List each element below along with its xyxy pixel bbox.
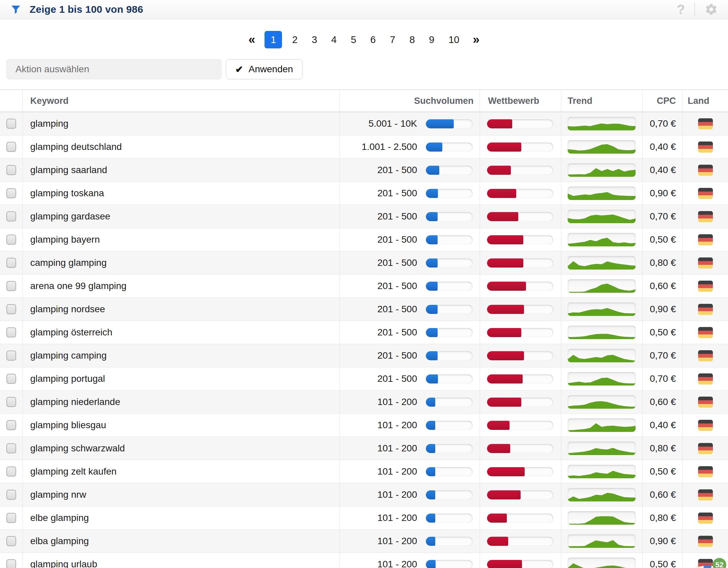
row-checkbox[interactable] bbox=[6, 513, 16, 523]
row-checkbox[interactable] bbox=[6, 466, 16, 477]
row-checkbox[interactable] bbox=[6, 142, 16, 152]
search-volume-cell: 101 - 200 bbox=[339, 506, 480, 529]
page-button-10[interactable]: 10 bbox=[444, 31, 463, 48]
help-icon[interactable]: ? bbox=[677, 3, 685, 16]
keyword-cell[interactable]: glamping bayern bbox=[23, 228, 339, 251]
keyword-cell[interactable]: glamping nrw bbox=[23, 483, 339, 506]
page-button-7[interactable]: 7 bbox=[386, 31, 399, 48]
keyword-cell[interactable]: elbe glamping bbox=[23, 506, 339, 529]
trend-cell bbox=[561, 159, 642, 181]
keyword-label[interactable]: glamping gardasee bbox=[23, 211, 110, 222]
column-header-suchvolumen[interactable]: Suchvolumen bbox=[339, 90, 480, 112]
keyword-label[interactable]: elba glamping bbox=[23, 536, 89, 546]
action-select-input[interactable] bbox=[6, 59, 221, 79]
page-button-2[interactable]: 2 bbox=[288, 31, 301, 48]
keyword-label[interactable]: arena one 99 glamping bbox=[23, 281, 126, 291]
table-row: elbe glamping101 - 2000,80 € bbox=[0, 506, 728, 530]
page-button-5[interactable]: 5 bbox=[347, 31, 360, 48]
row-checkbox-cell bbox=[0, 321, 23, 344]
page-button-6[interactable]: 6 bbox=[366, 31, 380, 48]
trend-sparkline bbox=[568, 326, 636, 339]
page-button-3[interactable]: 3 bbox=[308, 31, 321, 48]
keyword-cell[interactable]: glamping portugal bbox=[23, 367, 339, 390]
column-header-wettbewerb[interactable]: Wettbewerb bbox=[480, 90, 561, 112]
keyword-label[interactable]: camping glamping bbox=[23, 257, 107, 268]
row-checkbox[interactable] bbox=[6, 119, 16, 129]
row-checkbox[interactable] bbox=[6, 211, 16, 221]
keyword-cell[interactable]: glamping bliesgau bbox=[23, 414, 339, 437]
keyword-label[interactable]: glamping saarland bbox=[23, 165, 107, 175]
row-checkbox-cell bbox=[0, 205, 23, 228]
keyword-label[interactable]: glamping bayern bbox=[23, 234, 100, 245]
keyword-cell[interactable]: glamping niederlande bbox=[23, 391, 339, 413]
row-checkbox[interactable] bbox=[6, 374, 16, 384]
keyword-label[interactable]: elbe glamping bbox=[23, 513, 89, 523]
keyword-cell[interactable]: glamping camping bbox=[23, 344, 339, 367]
row-checkbox[interactable] bbox=[6, 443, 16, 453]
row-checkbox[interactable] bbox=[6, 397, 16, 407]
keyword-cell[interactable]: camping glamping bbox=[23, 251, 339, 274]
keyword-cell[interactable]: glamping zelt kaufen bbox=[23, 460, 339, 483]
keyword-cell[interactable]: glamping deutschland bbox=[23, 135, 339, 158]
filter-funnel-icon[interactable] bbox=[10, 4, 22, 15]
results-count-title: Zeige 1 bis 100 von 986 bbox=[30, 4, 143, 15]
cpc-value: 0,80 € bbox=[650, 257, 676, 268]
row-checkbox[interactable] bbox=[6, 559, 16, 568]
keyword-cell[interactable]: glamping nordsee bbox=[23, 298, 339, 321]
row-checkbox[interactable] bbox=[6, 536, 16, 546]
competition-bar-fill bbox=[487, 166, 511, 175]
keyword-cell[interactable]: glamping bbox=[23, 112, 339, 135]
keyword-cell[interactable]: glamping schwarzwald bbox=[23, 437, 339, 460]
keyword-cell[interactable]: glamping österreich bbox=[23, 321, 339, 344]
column-header-cpc[interactable]: CPC bbox=[642, 90, 682, 112]
keyword-cell[interactable]: glamping urlaub bbox=[23, 553, 339, 568]
keyword-label[interactable]: glamping zelt kaufen bbox=[23, 466, 117, 477]
keyword-cell[interactable]: glamping toskana bbox=[23, 182, 339, 205]
topbar-divider bbox=[694, 3, 695, 16]
page-button-1[interactable]: 1 bbox=[265, 31, 282, 48]
keyword-label[interactable]: glamping schwarzwald bbox=[23, 443, 125, 454]
keyword-label[interactable]: glamping bliesgau bbox=[23, 420, 106, 431]
settings-gear-icon[interactable] bbox=[704, 3, 718, 16]
keyword-label[interactable]: glamping nordsee bbox=[23, 304, 105, 315]
cpc-value: 0,40 € bbox=[650, 420, 676, 431]
row-checkbox[interactable] bbox=[6, 327, 16, 337]
row-checkbox-cell bbox=[0, 275, 23, 297]
column-header-trend[interactable]: Trend bbox=[561, 90, 642, 112]
keyword-cell[interactable]: arena one 99 glamping bbox=[23, 275, 339, 297]
row-checkbox[interactable] bbox=[6, 165, 16, 175]
keyword-label[interactable]: glamping nrw bbox=[23, 489, 86, 500]
row-checkbox[interactable] bbox=[6, 235, 16, 245]
search-volume-label: 1.001 - 2.500 bbox=[362, 141, 417, 152]
page-button-4[interactable]: 4 bbox=[327, 31, 341, 48]
pagination-next-icon[interactable]: » bbox=[470, 33, 483, 47]
row-checkbox[interactable] bbox=[6, 304, 16, 314]
search-volume-label: 101 - 200 bbox=[377, 397, 417, 407]
keyword-label[interactable]: glamping niederlande bbox=[23, 397, 120, 407]
page-button-8[interactable]: 8 bbox=[405, 31, 419, 48]
cpc-value: 0,60 € bbox=[650, 281, 676, 291]
keyword-label[interactable]: glamping österreich bbox=[23, 327, 112, 338]
keyword-cell[interactable]: glamping saarland bbox=[23, 159, 339, 181]
row-checkbox[interactable] bbox=[6, 490, 16, 500]
pagination-prev-icon[interactable]: « bbox=[245, 33, 258, 47]
keyword-cell[interactable]: elba glamping bbox=[23, 530, 339, 553]
keyword-cell[interactable]: glamping gardasee bbox=[23, 205, 339, 228]
apply-button[interactable]: ✔ Anwenden bbox=[226, 59, 302, 79]
row-checkbox[interactable] bbox=[6, 281, 16, 291]
keyword-label[interactable]: glamping bbox=[23, 118, 69, 129]
row-checkbox[interactable] bbox=[6, 351, 16, 361]
competition-bar bbox=[487, 398, 553, 407]
row-checkbox[interactable] bbox=[6, 258, 16, 268]
page-button-9[interactable]: 9 bbox=[425, 31, 438, 48]
table-row: glamping bayern201 - 5000,50 € bbox=[0, 228, 728, 251]
keyword-label[interactable]: glamping portugal bbox=[23, 373, 105, 384]
keyword-label[interactable]: glamping urlaub bbox=[23, 559, 97, 568]
column-header-keyword[interactable]: Keyword bbox=[23, 90, 339, 112]
keyword-label[interactable]: glamping toskana bbox=[23, 188, 104, 199]
row-checkbox[interactable] bbox=[6, 420, 16, 430]
row-checkbox[interactable] bbox=[6, 188, 16, 198]
column-header-land[interactable]: Land bbox=[682, 90, 728, 112]
keyword-label[interactable]: glamping camping bbox=[23, 350, 107, 361]
keyword-label[interactable]: glamping deutschland bbox=[23, 141, 122, 152]
